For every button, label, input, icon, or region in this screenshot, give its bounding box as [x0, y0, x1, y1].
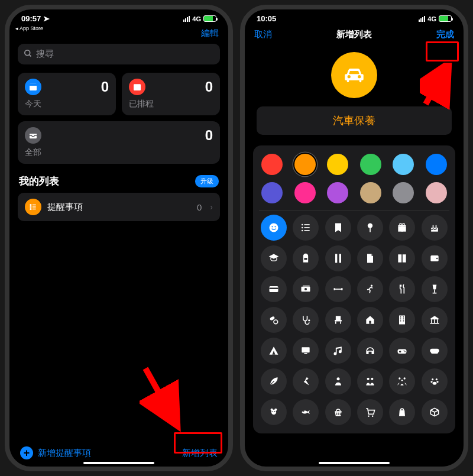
today-count: 0	[101, 79, 109, 95]
couple-icon[interactable]	[357, 368, 383, 394]
pin-icon[interactable]	[357, 215, 383, 241]
leaf-icon[interactable]	[261, 368, 287, 394]
svg-point-10	[30, 206, 31, 208]
list-label: 提醒事項	[47, 202, 191, 213]
color-swatch[interactable]	[261, 182, 283, 203]
color-swatch[interactable]	[393, 182, 414, 203]
svg-line-1	[29, 54, 31, 56]
wine-icon[interactable]	[422, 276, 448, 302]
money-icon[interactable]	[293, 276, 319, 302]
svg-rect-34	[335, 254, 337, 263]
card-today[interactable]: 0 今天	[18, 73, 116, 115]
calendar-scheduled-icon	[129, 79, 145, 95]
svg-rect-19	[304, 224, 310, 225]
svg-rect-69	[304, 353, 307, 354]
color-swatch[interactable]	[426, 182, 447, 203]
doc-icon[interactable]	[357, 245, 383, 271]
building-icon[interactable]	[389, 307, 415, 333]
cancel-button[interactable]: 取消	[254, 29, 272, 40]
headphone-icon[interactable]	[357, 338, 383, 364]
run-icon[interactable]	[357, 276, 383, 302]
paw-icon[interactable]	[422, 368, 448, 394]
list-row-reminders[interactable]: 提醒事項 0 ›	[18, 193, 220, 221]
steth-icon[interactable]	[293, 307, 319, 333]
svg-point-20	[302, 227, 303, 229]
family-icon[interactable]	[389, 368, 415, 394]
appearance-picker	[253, 145, 455, 433]
svg-point-0	[25, 50, 30, 55]
phone-new-list: 10:05 4G 取消 新增列表 完成 汽車保養	[240, 5, 468, 471]
color-swatch[interactable]	[426, 154, 447, 175]
dumbbell-icon[interactable]	[325, 276, 351, 302]
fork-icon[interactable]	[389, 276, 415, 302]
new-reminder-button[interactable]: + 新增提醒事項	[20, 446, 91, 459]
color-swatch[interactable]	[294, 182, 316, 203]
home-indicator[interactable]	[83, 462, 154, 464]
book-icon[interactable]	[389, 245, 415, 271]
svg-point-82	[401, 380, 403, 381]
fish-icon[interactable]	[293, 399, 319, 425]
svg-point-91	[273, 411, 274, 412]
list-icon-preview	[331, 52, 377, 98]
color-swatch[interactable]	[327, 154, 348, 175]
gamepad-icon[interactable]	[422, 338, 448, 364]
carrot-icon[interactable]	[293, 368, 319, 394]
list-name-input[interactable]: 汽車保養	[257, 106, 452, 135]
bookmark-icon[interactable]	[325, 215, 351, 241]
tv-icon[interactable]	[293, 338, 319, 364]
signal-icon	[183, 16, 190, 22]
color-swatch[interactable]	[261, 154, 283, 175]
wallet-icon[interactable]	[422, 245, 448, 271]
color-swatch[interactable]	[327, 182, 348, 203]
person-icon[interactable]	[325, 368, 351, 394]
carrier-label: 4G	[192, 15, 201, 22]
car-icon	[342, 63, 367, 88]
back-to-app[interactable]: ◂ App Store	[15, 25, 43, 31]
svg-point-46	[371, 285, 372, 287]
done-button[interactable]: 完成	[436, 29, 454, 40]
controller-icon[interactable]	[389, 338, 415, 364]
house-icon[interactable]	[357, 307, 383, 333]
svg-rect-74	[399, 351, 401, 352]
svg-point-93	[303, 411, 304, 412]
color-swatch[interactable]	[360, 182, 381, 203]
svg-point-75	[404, 350, 405, 351]
ruler-icon[interactable]	[325, 245, 351, 271]
cart-icon[interactable]	[357, 399, 383, 425]
basket-icon[interactable]	[325, 399, 351, 425]
teddy-icon[interactable]	[261, 399, 287, 425]
gift-icon[interactable]	[389, 215, 415, 241]
card-scheduled[interactable]: 0 已排程	[122, 73, 220, 115]
home-indicator[interactable]	[319, 462, 390, 464]
tent-icon[interactable]	[261, 338, 287, 364]
box-icon[interactable]	[422, 399, 448, 425]
card-icon[interactable]	[261, 276, 287, 302]
svg-line-14	[145, 368, 175, 422]
card-all[interactable]: 0 全部	[18, 121, 220, 164]
cake-icon[interactable]	[422, 215, 448, 241]
chevron-right-icon: ›	[210, 202, 213, 212]
battery-icon	[439, 15, 452, 22]
upgrade-badge[interactable]: 升級	[195, 175, 219, 187]
bag-icon[interactable]	[389, 399, 415, 425]
svg-point-24	[368, 224, 372, 228]
svg-point-12	[30, 209, 31, 210]
svg-point-95	[372, 415, 374, 417]
chair-icon[interactable]	[325, 307, 351, 333]
color-swatch[interactable]	[393, 154, 414, 175]
search-input[interactable]: 搜尋	[18, 44, 220, 64]
pills-icon[interactable]	[261, 307, 287, 333]
edit-button[interactable]: 編輯	[201, 28, 219, 39]
svg-rect-64	[431, 319, 432, 323]
list-icon[interactable]	[293, 215, 319, 241]
bank-icon[interactable]	[422, 307, 448, 333]
svg-rect-35	[339, 254, 341, 263]
color-swatch[interactable]	[294, 154, 316, 175]
annotation-arrow	[140, 362, 187, 433]
backpack-icon[interactable]	[293, 245, 319, 271]
music-icon[interactable]	[325, 338, 351, 364]
color-swatch[interactable]	[360, 154, 381, 175]
smile-icon[interactable]	[261, 215, 287, 241]
grad-icon[interactable]	[261, 245, 287, 271]
new-list-button[interactable]: 新增列表	[182, 448, 218, 459]
